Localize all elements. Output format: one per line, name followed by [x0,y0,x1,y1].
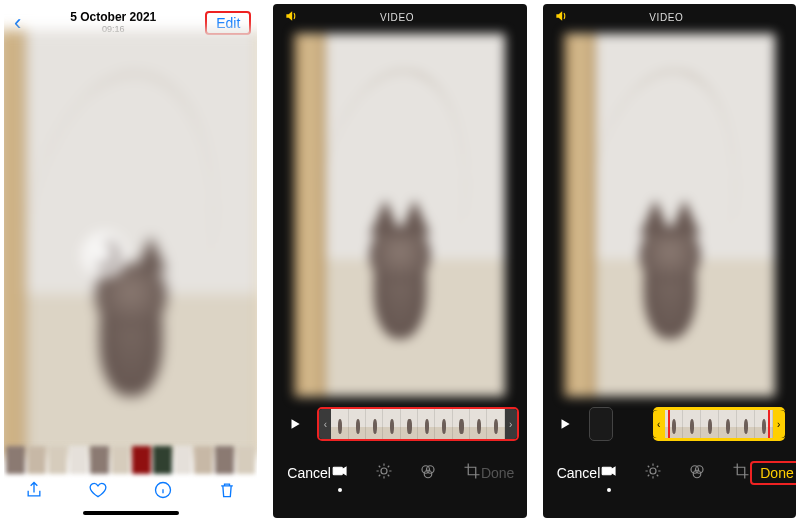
video-tool-icon[interactable] [600,462,618,484]
svg-rect-1 [333,467,342,475]
adjust-tool-icon[interactable] [375,462,393,484]
video-edit-screen-initial: VIDEO ‹ › Cancel Don [273,4,526,518]
trim-timeline-selected[interactable]: ‹ › [653,407,785,441]
photos-toolbar [4,474,257,510]
cancel-button[interactable]: Cancel [287,465,331,481]
svg-point-5 [424,470,432,478]
editor-footer: Cancel Done [543,448,796,498]
video-preview[interactable] [294,33,505,396]
crop-tool-icon[interactable] [732,462,750,484]
photos-view-screen: ‹ 5 October 2021 09:16 Edit [4,4,257,518]
editor-title: VIDEO [547,12,786,23]
svg-rect-6 [603,467,612,475]
video-preview-wrap [273,30,526,400]
editor-header: VIDEO [273,4,526,30]
svg-point-7 [650,468,656,474]
video-preview[interactable] [564,33,775,396]
trim-row: ‹ › [543,400,796,448]
trim-handle-left[interactable]: ‹ [319,409,331,439]
editor-footer: Cancel Done [273,448,526,498]
timeline-frames[interactable] [665,410,773,438]
info-icon[interactable] [153,480,173,504]
heart-icon[interactable] [88,480,108,504]
photo-date: 5 October 2021 [70,11,156,24]
crop-tool-icon[interactable] [463,462,481,484]
filters-tool-icon[interactable] [419,462,437,484]
cancel-button[interactable]: Cancel [557,465,601,481]
svg-point-10 [694,470,702,478]
highlight-left-handle [653,407,670,441]
trim-handle-right[interactable]: › [505,409,517,439]
video-edit-screen-trimmed: VIDEO ‹ › Cancel [543,4,796,518]
editor-title: VIDEO [277,12,516,23]
play-button[interactable] [281,408,309,440]
share-icon[interactable] [24,480,44,504]
editor-header: VIDEO [543,4,796,30]
home-indicator[interactable] [83,511,179,515]
thumbnail-strip[interactable] [4,446,257,474]
svg-point-9 [696,466,704,474]
editor-tools [600,462,750,484]
editor-tools [331,462,481,484]
done-button-disabled: Done [481,465,514,481]
video-tool-icon[interactable] [331,462,349,484]
play-button[interactable] [551,408,579,440]
svg-point-4 [426,466,434,474]
video-preview-wrap [543,30,796,400]
svg-point-2 [381,468,387,474]
done-button[interactable]: Done [750,461,796,485]
highlight-right-handle [768,407,785,441]
trim-preview-thumb [589,407,613,441]
trash-icon[interactable] [217,480,237,504]
photo-preview[interactable] [4,30,257,456]
timeline-frames[interactable] [331,409,504,439]
trim-row: ‹ › [273,400,526,448]
adjust-tool-icon[interactable] [644,462,662,484]
trim-timeline[interactable]: ‹ › [317,407,518,441]
filters-tool-icon[interactable] [688,462,706,484]
